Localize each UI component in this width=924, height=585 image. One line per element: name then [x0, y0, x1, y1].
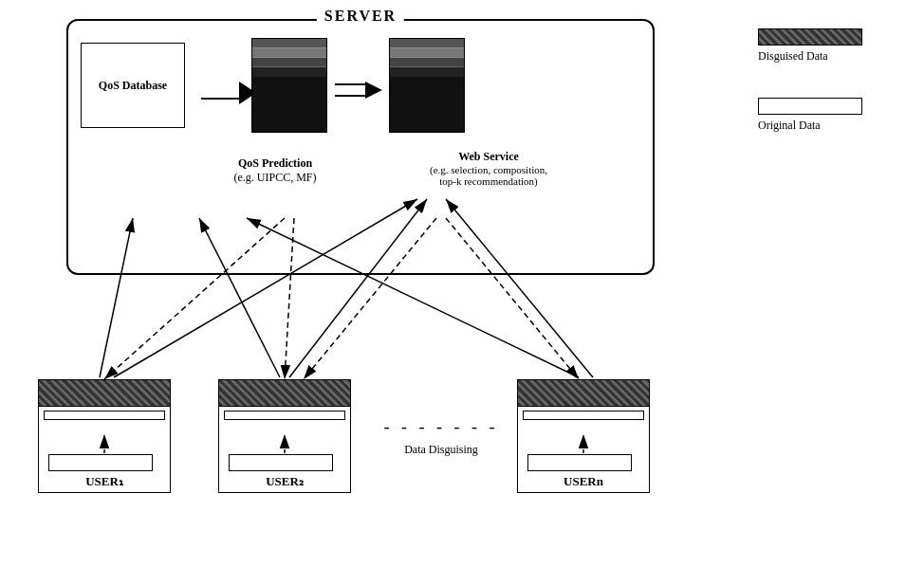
legend-original-bar	[758, 98, 862, 115]
user-box-1: USER₁	[38, 379, 171, 493]
data-disguising-container: - - - - - - - Data Disguising	[379, 417, 503, 457]
usern-label: USERn	[518, 474, 649, 489]
qos-database: QoS Database	[81, 43, 204, 147]
server-cylinder-2	[389, 38, 465, 133]
user1-disguised-bar	[39, 380, 170, 407]
web-service-label: Web Service (e.g. selection, composition…	[408, 150, 569, 187]
usern-disguised-bar	[518, 380, 649, 407]
legend-disguised-label: Disguised Data	[758, 49, 910, 64]
user2-disguised-bar	[219, 380, 350, 407]
user2-label: USER₂	[219, 474, 350, 489]
user1-label: USER₁	[39, 474, 170, 489]
user1-middle-bar	[44, 411, 165, 420]
db-page-front: QoS Database	[81, 43, 185, 128]
diagram-container: SERVER QoS Database	[9, 9, 721, 574]
legend: Disguised Data Original Data	[758, 28, 910, 148]
db-page-back1	[81, 128, 185, 213]
user-box-2: USER₂	[218, 379, 351, 493]
arrow-cyl1-to-cyl2	[335, 82, 382, 99]
legend-original: Original Data	[758, 98, 910, 133]
user-box-n: USERn	[517, 379, 650, 493]
usern-middle-bar	[523, 411, 644, 420]
arrow-db-to-cyl1	[201, 82, 256, 104]
data-disguising-label: Data Disguising	[379, 443, 503, 457]
user1-original-bar	[48, 454, 153, 471]
legend-disguised: Disguised Data	[758, 28, 910, 64]
qos-prediction-label: QoS Prediction (e.g. UIPCC, MF)	[213, 156, 337, 185]
legend-disguised-bar	[758, 28, 862, 46]
server-cylinder-1	[251, 38, 327, 133]
dots-label: - - - - - - -	[379, 417, 503, 437]
usern-original-bar	[527, 454, 632, 471]
user2-middle-bar	[224, 411, 345, 420]
user2-original-bar	[229, 454, 333, 471]
legend-original-label: Original Data	[758, 119, 910, 133]
server-label: SERVER	[317, 8, 404, 25]
